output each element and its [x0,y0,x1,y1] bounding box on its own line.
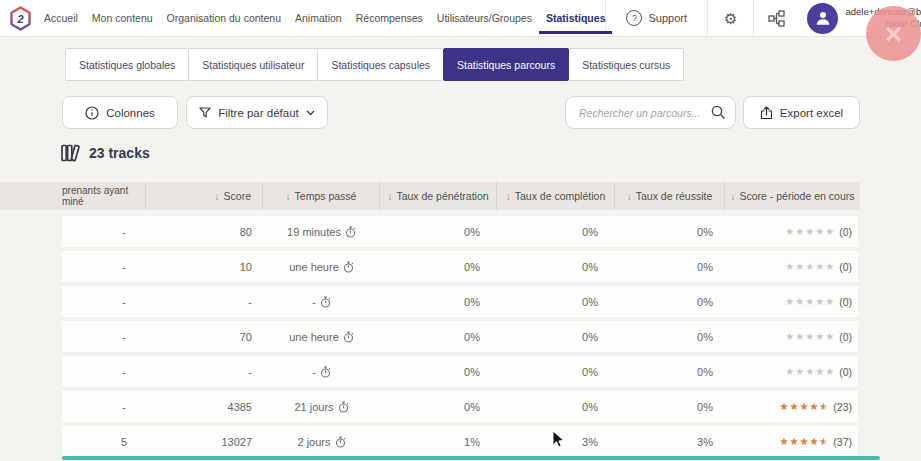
avatar [807,3,838,34]
cell-learners: - [62,261,146,273]
cell-completion: 0% [497,366,615,378]
cell-time: 19 minutes [263,226,380,238]
columns-button[interactable]: Colonnes [62,96,178,129]
close-icon: × [885,19,903,49]
stopwatch-icon [335,436,346,448]
tab-statistiques-utilisateur[interactable]: Statistiques utilisateur [188,48,318,81]
column-header-taux-completion[interactable]: ↓ Taux de complétion [497,182,615,210]
stopwatch-icon [343,331,354,343]
cell-rating: ★★★★★★★★★★ (0) [725,296,858,308]
cell-time: une heure [263,261,380,273]
sort-desc-icon: ↓ [627,191,632,202]
close-recording-button[interactable]: × [866,6,921,61]
search-container [565,96,736,129]
star-rating: ★★★★★★★★★★ [785,332,835,342]
star-rating: ★★★★★★★★★★ [785,297,835,307]
table-row[interactable]: - 10 une heure 0% 0% 0% ★★★★★★★★★★ (0) [62,251,858,282]
cell-rating: ★★★★★★★★★★ (0) [725,261,858,273]
cell-time: - [263,366,380,378]
table-row[interactable]: - - - 0% 0% 0% ★★★★★★★★★★ (0) [62,286,858,317]
table-row[interactable]: - 4385 21 jours 0% 0% 0% ★★★★★★★★★★ (23) [62,391,858,422]
star-rating: ★★★★★★★★★★ [785,367,835,377]
export-label: Export excel [780,107,843,119]
nav-item-accueil[interactable]: Accueil [44,0,78,36]
cell-score: 4385 [146,401,263,413]
stopwatch-icon [338,401,349,413]
sort-desc-icon: ↓ [286,191,291,202]
cell-penetration: 0% [380,226,497,238]
app-screen: 2 Accueil Mon contenu Organisation du co… [0,0,921,461]
cell-score: - [146,296,263,308]
sort-desc-icon: ↓ [387,191,392,202]
cell-time: 2 jours [263,436,380,448]
tab-statistiques-parcours[interactable]: Statistiques parcours [443,48,569,81]
tab-statistiques-cursus[interactable]: Statistiques cursus [568,48,684,81]
export-icon [760,106,773,120]
tab-statistiques-globales[interactable]: Statistiques globales [65,48,189,81]
table-row[interactable]: 5 13027 2 jours 1% 3% 3% ★★★★★★★★★★ (37) [62,426,858,457]
gear-icon[interactable]: ⚙ [708,11,753,26]
svg-text:2: 2 [16,12,23,24]
cell-learners: - [62,331,146,343]
support-button[interactable]: ? Support [606,10,707,26]
cell-success: 0% [615,226,725,238]
column-header-temps-passe[interactable]: ↓ Temps passé [263,182,380,210]
nav-item-organisation[interactable]: Organisation du contenu [167,0,281,36]
cell-rating: ★★★★★★★★★★ (37) [725,436,858,448]
cell-success: 0% [615,296,725,308]
stopwatch-icon [343,261,354,273]
cell-penetration: 0% [380,261,497,273]
rating-count: (37) [833,436,852,448]
sort-desc-icon: ↓ [731,191,736,202]
cell-completion: 3% [497,436,615,448]
cell-learners: - [62,226,146,238]
column-header-taux-penetration[interactable]: ↓ Taux de pénétration [380,182,497,210]
rating-count: (0) [839,296,852,308]
tab-statistiques-capsules[interactable]: Statistiques capsules [317,48,444,81]
main-nav: Accueil Mon contenu Organisation du cont… [44,0,605,36]
nav-item-mon-contenu[interactable]: Mon contenu [92,0,153,36]
cell-learners: 5 [62,436,146,448]
tracks-count: 23 tracks [89,145,150,161]
rating-count: (23) [833,401,852,413]
rating-count: (0) [839,261,852,273]
cell-completion: 0% [497,261,615,273]
table-row[interactable]: - 70 une heure 0% 0% 0% ★★★★★★★★★★ (0) [62,321,858,352]
cell-completion: 0% [497,296,615,308]
cell-penetration: 0% [380,296,497,308]
cell-penetration: 1% [380,436,497,448]
table-row[interactable]: - 80 19 minutes 0% 0% 0% ★★★★★★★★★★ (0) [62,216,858,247]
export-excel-button[interactable]: Export excel [743,96,860,129]
tracks-summary: 23 tracks [59,142,150,164]
org-chart-icon[interactable] [754,10,799,27]
rating-count: (0) [839,331,852,343]
beedeez-logo-icon[interactable]: 2 [9,6,32,31]
table-row[interactable]: - - - 0% 0% 0% ★★★★★★★★★★ (0) [62,356,858,387]
chevron-down-icon [306,110,315,116]
stopwatch-icon [320,296,331,308]
horizontal-scrollbar[interactable] [62,456,880,460]
nav-item-utilisateurs-groupes[interactable]: Utilisateurs/Groupes [437,0,532,36]
cell-time: 21 jours [263,401,380,413]
star-rating: ★★★★★★★★★★ [779,437,829,447]
cell-score: 70 [146,331,263,343]
column-header-taux-reussite[interactable]: ↓ Taux de réussite [615,182,725,210]
nav-item-animation[interactable]: Animation [295,0,342,36]
filter-button[interactable]: Filtre par défaut [186,96,328,129]
nav-item-statistiques[interactable]: Statistiques [546,0,606,36]
column-header-score[interactable]: ↓ Score [146,182,263,210]
search-icon[interactable] [711,105,726,120]
nav-item-recompenses[interactable]: Récompenses [356,0,423,36]
cell-rating: ★★★★★★★★★★ (0) [725,331,858,343]
cell-success: 0% [615,261,725,273]
cell-score: - [146,366,263,378]
stats-tabs: Statistiques globales Statistiques utili… [65,48,684,81]
search-input[interactable] [577,106,711,120]
filter-funnel-icon [199,107,211,118]
cell-success: 0% [615,331,725,343]
stopwatch-icon [320,366,331,378]
sort-desc-icon: ↓ [215,191,220,202]
top-navbar: 2 Accueil Mon contenu Organisation du co… [0,0,921,37]
cell-penetration: 0% [380,401,497,413]
column-header-score-periode[interactable]: ↓ Score - période en cours [725,182,860,210]
